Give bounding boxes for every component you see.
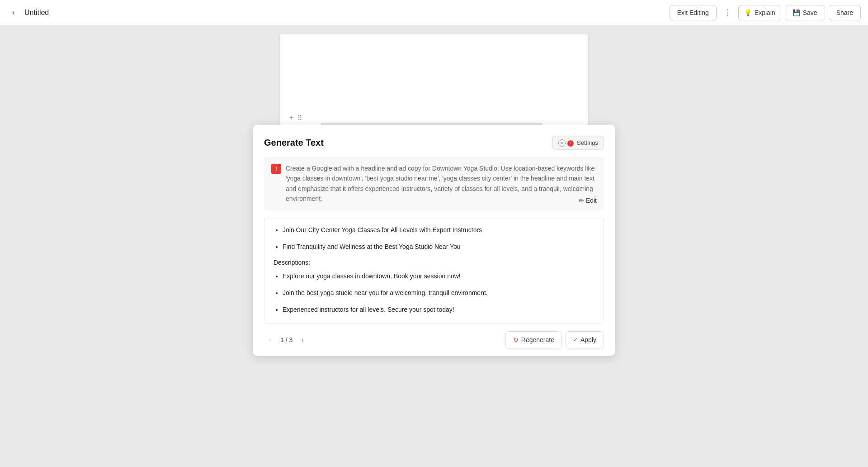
regenerate-button[interactable]: ↻ Regenerate [505,331,562,348]
pagination-next-button[interactable]: › [296,334,309,346]
edit-label: Edit [586,197,597,204]
pagination-current: 1 / 3 [280,336,292,343]
list-item: Experienced instructors for all levels. … [283,305,594,315]
settings-button[interactable]: ! Settings [552,136,604,150]
topbar-right: Exit Editing ⋮ 💡 Explain 💾 Save Share [670,5,861,20]
list-item: Join the best yoga studio near you for a… [283,288,594,298]
checkmark-icon: ✓ [573,337,578,343]
results-area[interactable]: Join Our City Center Yoga Classes for Al… [264,218,604,324]
prompt-area: ! Create a Google ad with a headline and… [264,157,604,210]
page-title: Untitled [24,9,49,17]
save-icon: 💾 [793,9,800,16]
more-menu-button[interactable]: ⋮ [720,5,735,20]
drag-block-button[interactable]: ⠿ [297,114,302,122]
pagination-prev-button[interactable]: ‹ [264,334,277,346]
save-button[interactable]: 💾 Save [785,5,825,20]
back-button[interactable]: ‹ [7,6,20,19]
modal-header: Generate Text ! Settings [253,125,615,157]
explain-button[interactable]: 💡 Explain [738,5,781,20]
more-icon: ⋮ [723,8,731,18]
share-button[interactable]: Share [829,5,861,20]
pagination: ‹ 1 / 3 › [264,334,309,346]
descriptions-list: Explore our yoga classes in downtown. Bo… [274,272,594,315]
apply-button[interactable]: ✓ Apply [566,331,604,348]
explain-label: Explain [755,9,775,16]
prompt-text: Create a Google ad with a headline and a… [286,163,597,204]
prompt-icon: ! [271,164,281,174]
list-item: Find Tranquility and Wellness at the Bes… [283,242,594,252]
footer-actions: ↻ Regenerate ✓ Apply [505,331,604,348]
regenerate-label: Regenerate [521,336,554,343]
headlines-list: Join Our City Center Yoga Classes for Al… [274,225,594,252]
modal-title: Generate Text [264,138,324,148]
modal-footer: ‹ 1 / 3 › ↻ Regenerate ✓ Apply [253,324,615,356]
main-content: + ⠿ Generate Text ! Settings ! [0,25,868,467]
descriptions-title: Descriptions: [274,259,594,266]
list-item: Explore our yoga classes in downtown. Bo… [283,272,594,281]
regenerate-icon: ↻ [513,336,519,343]
save-label: Save [803,9,817,16]
exit-editing-button[interactable]: Exit Editing [670,5,717,20]
block-controls: + ⠿ [289,114,302,122]
settings-badge-number: ! [567,140,574,147]
topbar: ‹ Untitled Exit Editing ⋮ 💡 Explain 💾 Sa… [0,0,868,25]
add-block-button[interactable]: + [289,114,293,122]
list-item: Join Our City Center Yoga Classes for Al… [283,225,594,235]
settings-label: Settings [577,139,598,146]
settings-badge: ! [558,139,574,147]
topbar-left: ‹ Untitled [7,6,666,19]
edit-icon: ✏ [579,197,584,204]
document-canvas: + ⠿ [280,34,588,125]
apply-label: Apply [580,336,596,343]
explain-icon: 💡 [744,9,752,16]
edit-button[interactable]: ✏ Edit [579,197,597,204]
generate-text-modal: Generate Text ! Settings ! Create a Goog… [253,125,615,356]
